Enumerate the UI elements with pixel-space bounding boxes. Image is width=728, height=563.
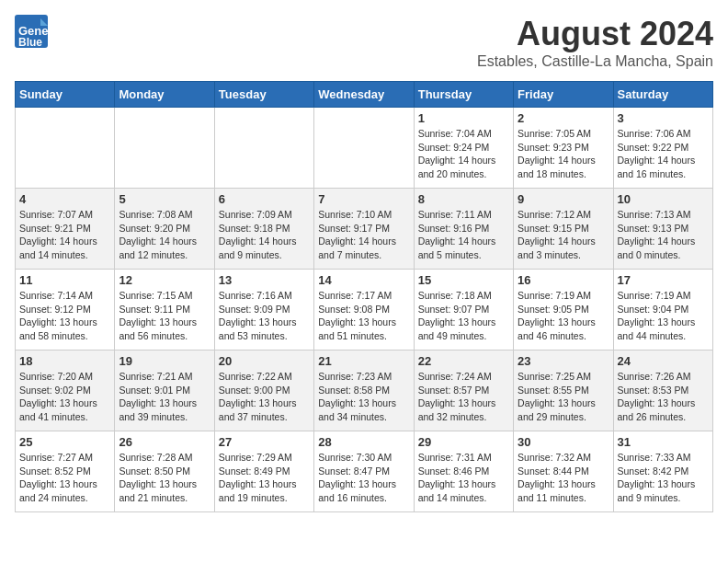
calendar-header-row: SundayMondayTuesdayWednesdayThursdayFrid… <box>16 82 713 108</box>
calendar-cell: 31Sunrise: 7:33 AM Sunset: 8:42 PM Dayli… <box>613 431 712 512</box>
day-number: 26 <box>119 435 210 449</box>
day-number: 18 <box>19 354 110 368</box>
svg-text:Blue: Blue <box>18 36 42 49</box>
calendar-cell: 6Sunrise: 7:09 AM Sunset: 9:18 PM Daylig… <box>214 189 313 270</box>
calendar-cell: 11Sunrise: 7:14 AM Sunset: 9:12 PM Dayli… <box>16 270 115 350</box>
page-header: General Blue August 2024 Estables, Casti… <box>15 15 713 70</box>
calendar-cell: 14Sunrise: 7:17 AM Sunset: 9:08 PM Dayli… <box>314 270 414 350</box>
day-number: 24 <box>618 354 709 368</box>
calendar-cell <box>214 108 313 189</box>
calendar-cell: 22Sunrise: 7:24 AM Sunset: 8:57 PM Dayli… <box>414 350 513 431</box>
day-header-wednesday: Wednesday <box>314 82 414 108</box>
calendar-cell <box>115 108 214 189</box>
day-content: Sunrise: 7:23 AM Sunset: 8:58 PM Dayligh… <box>318 370 409 424</box>
day-content: Sunrise: 7:08 AM Sunset: 9:20 PM Dayligh… <box>119 208 210 262</box>
calendar-body: 1Sunrise: 7:04 AM Sunset: 9:24 PM Daylig… <box>16 108 713 512</box>
day-content: Sunrise: 7:16 AM Sunset: 9:09 PM Dayligh… <box>219 289 310 343</box>
calendar-table: SundayMondayTuesdayWednesdayThursdayFrid… <box>15 81 713 512</box>
day-number: 6 <box>219 192 310 206</box>
calendar-cell: 13Sunrise: 7:16 AM Sunset: 9:09 PM Dayli… <box>214 270 313 350</box>
calendar-cell: 20Sunrise: 7:22 AM Sunset: 9:00 PM Dayli… <box>214 350 313 431</box>
day-number: 7 <box>318 192 409 206</box>
day-number: 9 <box>518 192 609 206</box>
day-number: 11 <box>19 273 110 287</box>
calendar-cell: 5Sunrise: 7:08 AM Sunset: 9:20 PM Daylig… <box>115 189 214 270</box>
day-number: 14 <box>318 273 409 287</box>
day-number: 23 <box>518 354 609 368</box>
calendar-cell: 25Sunrise: 7:27 AM Sunset: 8:52 PM Dayli… <box>16 431 115 512</box>
day-header-tuesday: Tuesday <box>214 82 313 108</box>
title-area: August 2024 Estables, Castille-La Mancha… <box>477 15 713 70</box>
day-content: Sunrise: 7:22 AM Sunset: 9:00 PM Dayligh… <box>219 370 310 424</box>
day-number: 28 <box>318 435 409 449</box>
calendar-cell: 16Sunrise: 7:19 AM Sunset: 9:05 PM Dayli… <box>514 270 613 350</box>
day-content: Sunrise: 7:09 AM Sunset: 9:18 PM Dayligh… <box>219 208 310 262</box>
day-content: Sunrise: 7:17 AM Sunset: 9:08 PM Dayligh… <box>318 289 409 343</box>
calendar-cell: 15Sunrise: 7:18 AM Sunset: 9:07 PM Dayli… <box>414 270 513 350</box>
day-content: Sunrise: 7:13 AM Sunset: 9:13 PM Dayligh… <box>618 208 709 262</box>
day-content: Sunrise: 7:07 AM Sunset: 9:21 PM Dayligh… <box>19 208 110 262</box>
day-content: Sunrise: 7:27 AM Sunset: 8:52 PM Dayligh… <box>19 451 110 505</box>
day-content: Sunrise: 7:24 AM Sunset: 8:57 PM Dayligh… <box>418 370 509 424</box>
logo-icon: General Blue <box>15 15 48 55</box>
day-number: 27 <box>219 435 310 449</box>
day-header-saturday: Saturday <box>613 82 712 108</box>
calendar-week-row: 18Sunrise: 7:20 AM Sunset: 9:02 PM Dayli… <box>16 350 713 431</box>
calendar-cell: 7Sunrise: 7:10 AM Sunset: 9:17 PM Daylig… <box>314 189 414 270</box>
calendar-cell: 3Sunrise: 7:06 AM Sunset: 9:22 PM Daylig… <box>613 108 712 189</box>
calendar-cell: 10Sunrise: 7:13 AM Sunset: 9:13 PM Dayli… <box>613 189 712 270</box>
calendar-cell <box>314 108 414 189</box>
calendar-cell: 19Sunrise: 7:21 AM Sunset: 9:01 PM Dayli… <box>115 350 214 431</box>
day-content: Sunrise: 7:29 AM Sunset: 8:49 PM Dayligh… <box>219 451 310 505</box>
day-content: Sunrise: 7:04 AM Sunset: 9:24 PM Dayligh… <box>418 127 509 181</box>
day-number: 4 <box>19 192 110 206</box>
calendar-cell: 8Sunrise: 7:11 AM Sunset: 9:16 PM Daylig… <box>414 189 513 270</box>
day-number: 15 <box>418 273 509 287</box>
calendar-cell: 24Sunrise: 7:26 AM Sunset: 8:53 PM Dayli… <box>613 350 712 431</box>
calendar-cell: 9Sunrise: 7:12 AM Sunset: 9:15 PM Daylig… <box>514 189 613 270</box>
day-content: Sunrise: 7:11 AM Sunset: 9:16 PM Dayligh… <box>418 208 509 262</box>
day-content: Sunrise: 7:25 AM Sunset: 8:55 PM Dayligh… <box>518 370 609 424</box>
calendar-cell: 27Sunrise: 7:29 AM Sunset: 8:49 PM Dayli… <box>214 431 313 512</box>
day-number: 13 <box>219 273 310 287</box>
day-number: 16 <box>518 273 609 287</box>
day-number: 21 <box>318 354 409 368</box>
calendar-cell <box>16 108 115 189</box>
day-number: 12 <box>119 273 210 287</box>
day-content: Sunrise: 7:14 AM Sunset: 9:12 PM Dayligh… <box>19 289 110 343</box>
calendar-cell: 26Sunrise: 7:28 AM Sunset: 8:50 PM Dayli… <box>115 431 214 512</box>
day-number: 1 <box>418 111 509 125</box>
day-number: 31 <box>618 435 709 449</box>
calendar-cell: 23Sunrise: 7:25 AM Sunset: 8:55 PM Dayli… <box>514 350 613 431</box>
day-number: 25 <box>19 435 110 449</box>
day-number: 29 <box>418 435 509 449</box>
day-number: 20 <box>219 354 310 368</box>
day-header-friday: Friday <box>514 82 613 108</box>
day-content: Sunrise: 7:18 AM Sunset: 9:07 PM Dayligh… <box>418 289 509 343</box>
day-number: 19 <box>119 354 210 368</box>
calendar-cell: 29Sunrise: 7:31 AM Sunset: 8:46 PM Dayli… <box>414 431 513 512</box>
day-number: 30 <box>518 435 609 449</box>
calendar-week-row: 25Sunrise: 7:27 AM Sunset: 8:52 PM Dayli… <box>16 431 713 512</box>
subtitle: Estables, Castille-La Mancha, Spain <box>477 53 713 70</box>
day-content: Sunrise: 7:15 AM Sunset: 9:11 PM Dayligh… <box>119 289 210 343</box>
calendar-cell: 30Sunrise: 7:32 AM Sunset: 8:44 PM Dayli… <box>514 431 613 512</box>
calendar-week-row: 11Sunrise: 7:14 AM Sunset: 9:12 PM Dayli… <box>16 270 713 350</box>
day-header-sunday: Sunday <box>16 82 115 108</box>
day-content: Sunrise: 7:21 AM Sunset: 9:01 PM Dayligh… <box>119 370 210 424</box>
day-content: Sunrise: 7:30 AM Sunset: 8:47 PM Dayligh… <box>318 451 409 505</box>
day-content: Sunrise: 7:06 AM Sunset: 9:22 PM Dayligh… <box>618 127 709 181</box>
calendar-cell: 21Sunrise: 7:23 AM Sunset: 8:58 PM Dayli… <box>314 350 414 431</box>
day-content: Sunrise: 7:10 AM Sunset: 9:17 PM Dayligh… <box>318 208 409 262</box>
calendar-cell: 12Sunrise: 7:15 AM Sunset: 9:11 PM Dayli… <box>115 270 214 350</box>
day-header-thursday: Thursday <box>414 82 513 108</box>
calendar-week-row: 1Sunrise: 7:04 AM Sunset: 9:24 PM Daylig… <box>16 108 713 189</box>
day-content: Sunrise: 7:12 AM Sunset: 9:15 PM Dayligh… <box>518 208 609 262</box>
calendar-week-row: 4Sunrise: 7:07 AM Sunset: 9:21 PM Daylig… <box>16 189 713 270</box>
day-number: 8 <box>418 192 509 206</box>
calendar-cell: 2Sunrise: 7:05 AM Sunset: 9:23 PM Daylig… <box>514 108 613 189</box>
day-content: Sunrise: 7:19 AM Sunset: 9:04 PM Dayligh… <box>618 289 709 343</box>
day-number: 5 <box>119 192 210 206</box>
day-content: Sunrise: 7:32 AM Sunset: 8:44 PM Dayligh… <box>518 451 609 505</box>
day-content: Sunrise: 7:19 AM Sunset: 9:05 PM Dayligh… <box>518 289 609 343</box>
